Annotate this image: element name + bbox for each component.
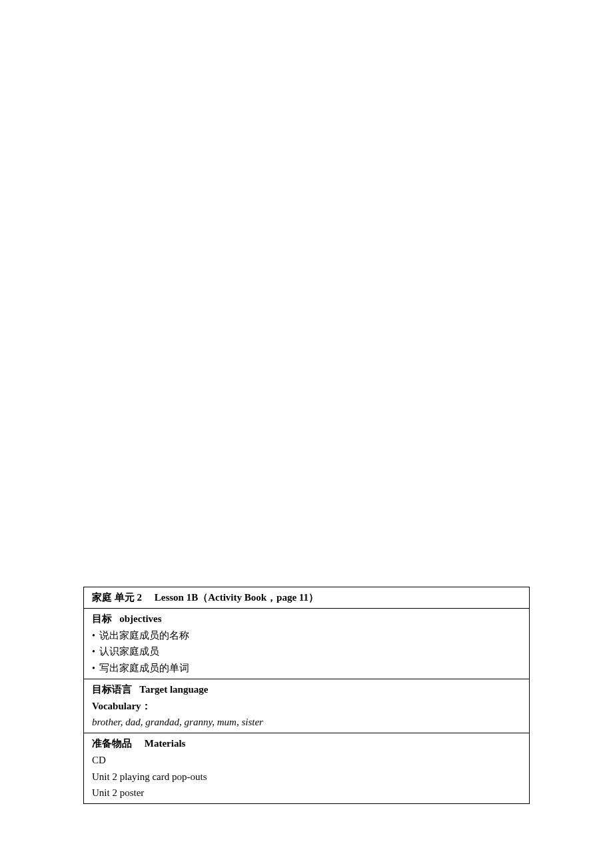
objective-text: 说出家庭成员的名称	[99, 627, 189, 644]
target-language-heading-en: Target language	[139, 684, 208, 695]
lesson-title: Lesson 1B（Activity Book，page 11）	[155, 592, 318, 603]
objectives-heading-en: objectives	[119, 613, 161, 624]
objective-text: 认识家庭成员	[99, 643, 159, 660]
objectives-heading-cn: 目标	[92, 613, 112, 624]
title-cell: 家庭 单元 2 Lesson 1B（Activity Book，page 11）	[84, 587, 530, 609]
table-row-target-language: 目标语言 Target language Vocabulary： brother…	[84, 679, 530, 733]
unit-prefix: 家庭 单元 2	[92, 592, 142, 603]
target-language-heading-cn: 目标语言	[92, 684, 132, 695]
objective-item: • 认识家庭成员	[92, 643, 524, 660]
vocabulary-list: brother, dad, grandad, granny, mum, sist…	[92, 714, 524, 731]
bullet-icon: •	[92, 644, 95, 659]
objective-item: • 写出家庭成员的单词	[92, 660, 524, 677]
material-item: Unit 2 playing card pop-outs	[92, 769, 524, 785]
objectives-cell: 目标 objectives • 说出家庭成员的名称 • 认识家庭成员 • 写出家…	[84, 608, 530, 679]
bullet-icon: •	[92, 661, 95, 676]
material-item: CD	[92, 752, 524, 769]
table-row-objectives: 目标 objectives • 说出家庭成员的名称 • 认识家庭成员 • 写出家…	[84, 608, 530, 679]
bullet-icon: •	[92, 628, 95, 643]
target-language-cell: 目标语言 Target language Vocabulary： brother…	[84, 679, 530, 733]
vocabulary-label: Vocabulary：	[92, 698, 524, 715]
table-row-title: 家庭 单元 2 Lesson 1B（Activity Book，page 11）	[84, 587, 530, 609]
table-row-materials: 准备物品 Materials CD Unit 2 playing card po…	[84, 733, 530, 804]
objective-text: 写出家庭成员的单词	[99, 660, 189, 677]
materials-heading-en: Materials	[145, 738, 186, 749]
materials-cell: 准备物品 Materials CD Unit 2 playing card po…	[84, 733, 530, 804]
lesson-plan-table-wrapper: 家庭 单元 2 Lesson 1B（Activity Book，page 11）…	[83, 587, 530, 804]
objective-item: • 说出家庭成员的名称	[92, 627, 524, 644]
material-item: Unit 2 poster	[92, 785, 524, 801]
lesson-plan-table: 家庭 单元 2 Lesson 1B（Activity Book，page 11）…	[83, 587, 530, 804]
materials-heading-cn: 准备物品	[92, 738, 132, 749]
